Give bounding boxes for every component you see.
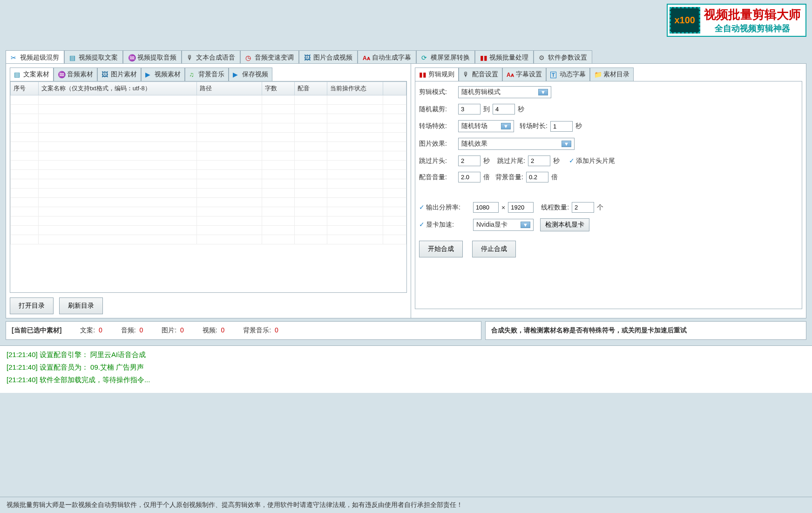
- main-tab[interactable]: 视频提取音频: [123, 50, 182, 65]
- tab-label: 视频提取音频: [137, 54, 176, 62]
- right-tab[interactable]: 配音设置: [459, 68, 502, 81]
- out-width-input[interactable]: [473, 202, 499, 213]
- transition-duration-input[interactable]: [550, 121, 573, 132]
- table-row[interactable]: [11, 161, 406, 170]
- main-tab[interactable]: 视频超级混剪: [6, 50, 64, 65]
- table-row[interactable]: [11, 235, 406, 244]
- append-intro-checkbox[interactable]: ✓添加片头片尾: [569, 157, 615, 165]
- stop-compose-button[interactable]: 停止合成: [472, 241, 516, 257]
- main-tab[interactable]: 视频批量处理: [475, 50, 534, 65]
- chevron-down-icon: ▼: [538, 89, 548, 95]
- table-row[interactable]: [11, 105, 406, 114]
- tab-icon: [189, 71, 196, 78]
- table-row[interactable]: [11, 114, 406, 123]
- branding-title: 视频批量剪辑大师: [704, 7, 801, 23]
- panel-right: 剪辑规则配音设置字幕设置动态字幕素材目录 剪辑模式: 随机剪辑模式 ▼ 随机裁剪…: [411, 64, 806, 318]
- sub-tab[interactable]: 视频素材: [141, 68, 185, 81]
- status-item: 视频: 0: [203, 326, 224, 334]
- gpu-accel-checkbox[interactable]: ✓显卡加速:: [419, 221, 470, 229]
- out-height-input[interactable]: [508, 202, 534, 213]
- right-tab[interactable]: 动态字幕: [546, 68, 590, 81]
- rules-panel: 剪辑模式: 随机剪辑模式 ▼ 随机裁剪: 到 秒 转场特效: 随机转场 ▼: [415, 81, 802, 309]
- table-row[interactable]: [11, 170, 406, 179]
- skip-head-label: 跳过片头:: [419, 157, 455, 165]
- tab-icon: [421, 54, 429, 61]
- edit-mode-select[interactable]: 随机剪辑模式 ▼: [458, 86, 551, 98]
- bgm-vol-input[interactable]: [526, 172, 548, 182]
- sub-tab[interactable]: 保存视频: [229, 68, 272, 81]
- tab-icon: [594, 71, 602, 78]
- tab-icon: [245, 54, 253, 61]
- table-row[interactable]: [11, 189, 406, 198]
- right-tab[interactable]: 素材目录: [590, 68, 634, 81]
- table-row[interactable]: [11, 207, 406, 216]
- voice-vol-input[interactable]: [458, 172, 480, 182]
- right-tab[interactable]: 剪辑规则: [415, 68, 459, 81]
- table-header[interactable]: 路径: [197, 82, 262, 95]
- right-tab[interactable]: 字幕设置: [502, 68, 546, 81]
- main-tab[interactable]: 自动生成字幕: [358, 50, 416, 65]
- table-row[interactable]: [11, 198, 406, 207]
- transition-select[interactable]: 随机转场 ▼: [458, 120, 514, 132]
- refresh-dir-button[interactable]: 刷新目录: [59, 297, 103, 314]
- tab-label: 视频提取文案: [79, 54, 118, 62]
- status-item: 文案: 0: [80, 326, 102, 334]
- crop-from-input[interactable]: [458, 104, 480, 115]
- tab-label: 音频素材: [67, 70, 93, 79]
- table-header[interactable]: 字数: [262, 82, 295, 95]
- table-row[interactable]: [11, 95, 406, 105]
- chevron-down-icon: ▼: [521, 222, 530, 228]
- tab-label: 音频变速变调: [255, 54, 294, 62]
- main-tab[interactable]: 文本合成语音: [182, 50, 240, 65]
- main-tab[interactable]: 图片合成视频: [299, 50, 358, 65]
- status-item: 音频: 0: [121, 326, 143, 334]
- table-header[interactable]: 文案名称（仅支持txt格式，编码：utf-8）: [39, 82, 197, 95]
- threads-input[interactable]: [572, 202, 594, 213]
- main-tab[interactable]: 软件参数设置: [534, 50, 592, 65]
- image-effect-label: 图片效果:: [419, 140, 455, 148]
- sub-tab[interactable]: 音频素材: [54, 68, 97, 81]
- image-effect-select[interactable]: 随机效果 ▼: [458, 138, 575, 150]
- chevron-down-icon: ▼: [562, 141, 571, 147]
- table-header[interactable]: 配音: [295, 82, 327, 95]
- table-header[interactable]: 当前操作状态: [327, 82, 383, 95]
- crop-to-input[interactable]: [493, 104, 515, 115]
- gpu-select[interactable]: Nvidia显卡 ▼: [473, 219, 534, 231]
- skip-head-input[interactable]: [458, 155, 480, 166]
- status-item: 图片: 0: [162, 326, 183, 334]
- table-row[interactable]: [11, 179, 406, 189]
- log-line: [21:21:40] 软件全部加载完成，等待操作指令...: [7, 376, 805, 385]
- open-dir-button[interactable]: 打开目录: [10, 297, 54, 314]
- table-row[interactable]: [11, 123, 406, 133]
- detect-gpu-button[interactable]: 检测本机显卡: [540, 218, 589, 231]
- tab-label: 视频素材: [155, 70, 181, 79]
- tab-icon: [463, 71, 470, 78]
- tab-icon: [145, 71, 153, 78]
- sub-tab[interactable]: 背景音乐: [185, 68, 229, 81]
- tab-icon: [539, 54, 546, 61]
- table-row[interactable]: [11, 133, 406, 142]
- sub-tab[interactable]: 图片素材: [97, 68, 141, 81]
- main-panel: 文案素材音频素材图片素材视频素材背景音乐保存视频 序号文案名称（仅支持txt格式…: [6, 63, 806, 318]
- log-line: [21:21:40] 设置配音引擎： 阿里云AI语音合成: [7, 351, 805, 359]
- tab-label: 素材目录: [603, 70, 629, 79]
- branding-subtitle: 全自动视频剪辑神器: [704, 23, 801, 34]
- table-header[interactable]: 序号: [11, 82, 39, 95]
- table-row[interactable]: [11, 216, 406, 226]
- skip-tail-input[interactable]: [528, 155, 550, 166]
- sub-tab[interactable]: 文案素材: [10, 68, 54, 81]
- material-table-wrap[interactable]: 序号文案名称（仅支持txt格式，编码：utf-8）路径字数配音当前操作状态: [10, 81, 407, 293]
- table-row[interactable]: [11, 151, 406, 161]
- tab-icon: [14, 71, 21, 78]
- tab-icon: [187, 54, 194, 61]
- table-row[interactable]: [11, 226, 406, 235]
- main-tab[interactable]: 音频变速变调: [240, 50, 299, 65]
- out-res-checkbox[interactable]: ✓输出分辨率:: [419, 203, 470, 212]
- table-row[interactable]: [11, 142, 406, 151]
- main-tab[interactable]: 横屏竖屏转换: [416, 50, 475, 65]
- tab-icon: [128, 54, 135, 61]
- tab-icon: [11, 54, 18, 61]
- start-compose-button[interactable]: 开始合成: [419, 241, 463, 257]
- main-tab[interactable]: 视频提取文案: [64, 50, 123, 65]
- log-line: [21:21:40] 设置配音员为： 09.艾楠 广告男声: [7, 363, 805, 372]
